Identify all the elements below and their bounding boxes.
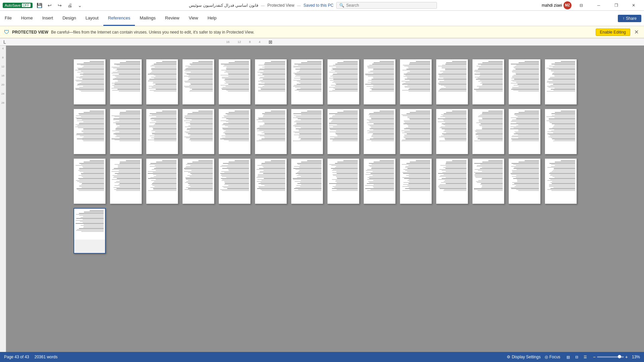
tab-layout[interactable]: Layout (81, 11, 103, 26)
share-button[interactable]: ↑ Share (618, 15, 641, 22)
enable-editing-button[interactable]: Enable Editing (596, 29, 630, 36)
zoom-track[interactable] (597, 356, 624, 358)
page-info: Page 43 of 43 (4, 355, 29, 359)
page-thumb[interactable] (508, 158, 541, 204)
page-thumb[interactable] (218, 109, 251, 154)
search-box[interactable]: 🔍 (336, 2, 437, 9)
focus-icon: ◎ (545, 355, 548, 359)
page-thumb[interactable] (436, 109, 468, 154)
page-thumb[interactable] (291, 158, 323, 204)
focus-button[interactable]: ◎ Focus (545, 355, 560, 359)
page-thumb[interactable] (255, 158, 287, 204)
autosave-toggle[interactable]: AutoSave OFF (3, 3, 33, 8)
tab-review[interactable]: Review (160, 11, 184, 26)
tab-home[interactable]: Home (16, 11, 38, 26)
page-thumb[interactable] (472, 109, 504, 154)
close-button[interactable]: ✕ (626, 0, 641, 11)
page-thumb[interactable] (545, 109, 577, 154)
outline-view-button[interactable]: ☰ (582, 354, 589, 360)
page-thumb[interactable] (400, 59, 432, 105)
page-thumb[interactable] (327, 158, 359, 204)
tab-insert[interactable]: Insert (38, 11, 58, 26)
zoom-thumb (618, 355, 621, 358)
page-thumb[interactable] (182, 59, 214, 105)
page-thumb[interactable] (363, 158, 396, 204)
page-thumb[interactable] (110, 59, 142, 105)
page-thumb[interactable] (110, 109, 142, 154)
undo-button[interactable]: ↩ (45, 1, 54, 9)
ruler-numbers: 16 12 8 4 ⊠ (226, 39, 273, 45)
page-thumb[interactable] (73, 158, 106, 204)
close-protected-bar-button[interactable]: ✕ (633, 29, 640, 35)
tab-help[interactable]: Help (203, 11, 221, 26)
display-settings-icon: ⚙ (507, 355, 510, 359)
ruler-toggle-icon[interactable]: L (1, 39, 8, 45)
zoom-level: 13% (629, 355, 640, 359)
page-thumb[interactable] (110, 158, 142, 204)
ribbon-display-button[interactable]: ⊟ (574, 0, 589, 11)
titlebar: AutoSave OFF 💾 ↩ ↪ 🖨 ⌄ قانون اساسي فدرال… (0, 0, 644, 11)
page-thumb[interactable] (73, 208, 106, 254)
display-settings-button[interactable]: ⚙ Display Settings (507, 355, 541, 359)
page-thumb[interactable] (73, 109, 106, 154)
protected-view-bar: 🛡 PROTECTED VIEW Be careful—files from t… (0, 26, 644, 38)
page-thumb[interactable] (545, 59, 577, 105)
page-thumb[interactable] (146, 158, 178, 204)
print-button[interactable]: 🖨 (65, 1, 74, 9)
autosave-label: AutoSave (5, 3, 21, 7)
protected-message: Be careful—files from the Internet can c… (51, 30, 593, 35)
restore-button[interactable]: ❐ (608, 0, 624, 11)
page-thumb[interactable] (255, 59, 287, 105)
search-input[interactable] (346, 3, 434, 8)
page-thumb[interactable] (291, 109, 323, 154)
page-thumb[interactable] (327, 109, 359, 154)
shield-icon: 🛡 (4, 29, 9, 35)
minimize-button[interactable]: ─ (591, 0, 606, 11)
save-button[interactable]: 💾 (35, 1, 44, 9)
page-thumb[interactable] (472, 158, 504, 204)
tab-file[interactable]: File (0, 11, 16, 26)
page-thumb[interactable] (146, 109, 178, 154)
titlebar-center: قانون اساسي فدرال كنفدراسيون سوئيس — Pro… (84, 2, 542, 9)
page-thumb[interactable] (218, 59, 251, 105)
page-thumb[interactable] (400, 109, 432, 154)
page-thumb[interactable] (291, 59, 323, 105)
page-thumb[interactable] (400, 158, 432, 204)
page-thumb[interactable] (545, 158, 577, 204)
page-thumb[interactable] (363, 109, 396, 154)
page-thumb[interactable] (182, 109, 214, 154)
user-avatar: MZ (563, 1, 572, 9)
page-thumb[interactable] (255, 109, 287, 154)
tab-references[interactable]: References (103, 11, 135, 26)
redo-button[interactable]: ↪ (55, 1, 64, 9)
titlebar-right: mahdi ziaei MZ ⊟ ─ ❐ ✕ (542, 0, 641, 11)
zoom-out-button[interactable]: − (593, 354, 596, 360)
view-mode-label: Protected View (267, 3, 295, 8)
tab-mailings[interactable]: Mailings (135, 11, 160, 26)
share-icon: ↑ (623, 16, 625, 21)
print-layout-button[interactable]: ▤ (564, 354, 572, 360)
tab-view[interactable]: View (184, 11, 203, 26)
web-layout-button[interactable]: ⊟ (573, 354, 580, 360)
zoom-control: − + 13% (593, 354, 640, 360)
page-thumb[interactable] (73, 59, 106, 105)
tab-design[interactable]: Design (58, 11, 81, 26)
protected-label: PROTECTED VIEW (12, 30, 48, 35)
page-thumb[interactable] (146, 59, 178, 105)
page-thumb[interactable] (436, 59, 468, 105)
page-thumb[interactable] (472, 59, 504, 105)
view-controls: ▤ ⊟ ☰ (564, 354, 589, 360)
page-thumb[interactable] (508, 109, 541, 154)
titlebar-left: AutoSave OFF 💾 ↩ ↪ 🖨 ⌄ (3, 1, 84, 9)
page-thumb[interactable] (182, 158, 214, 204)
page-thumb[interactable] (327, 59, 359, 105)
page-thumb[interactable] (218, 158, 251, 204)
pages-grid (67, 52, 584, 260)
document-area[interactable] (6, 46, 644, 352)
page-thumb[interactable] (363, 59, 396, 105)
page-thumb[interactable] (508, 59, 541, 105)
ruler-area: L 16 12 8 4 ⊠ (0, 38, 644, 46)
zoom-in-button[interactable]: + (625, 354, 628, 360)
page-thumb[interactable] (436, 158, 468, 204)
customize-button[interactable]: ⌄ (76, 1, 84, 9)
